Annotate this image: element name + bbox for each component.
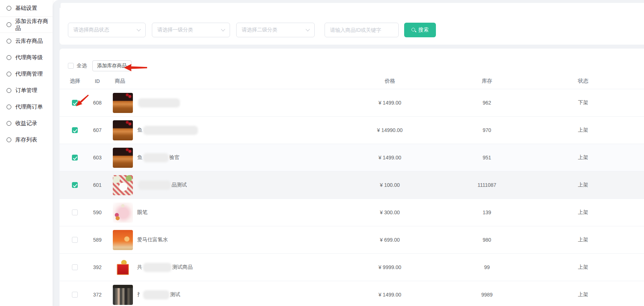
product-table-panel: 全选 添加库存商品 选择 ID 商品 价格 库存 状态 608 ¥ (60, 49, 644, 306)
sidebar-item-label: 订单管理 (15, 87, 37, 94)
sidebar-item-order-management[interactable]: 订单管理 (0, 82, 53, 99)
product-name: 鱼 验官 (137, 153, 180, 162)
select-all-checkbox[interactable] (68, 63, 74, 69)
table-row: 372 扌 测试 ¥ 1499.00 9989 上架 (60, 281, 644, 306)
product-name: 共 测试商品 (137, 263, 193, 272)
header-id: ID (82, 78, 113, 84)
table-row: 608 ¥ 1499.00 962 下架 (60, 89, 644, 116)
product-id: 372 (82, 292, 113, 298)
circle-icon (7, 22, 11, 27)
product-price: ¥ 100.00 (328, 182, 452, 188)
select-placeholder: 请选择二级分类 (242, 27, 277, 33)
category-level2-select[interactable]: 请选择二级分类 (236, 23, 315, 37)
product-status: 上架 (522, 291, 644, 298)
redacted-name-blur (143, 153, 169, 162)
product-name: 爱马仕富氢水 (137, 237, 168, 243)
product-status: 上架 (522, 154, 644, 161)
product-price: ¥ 699.00 (328, 237, 452, 243)
product-price: ¥ 9999.00 (328, 264, 452, 270)
product-stock: 980 (452, 237, 522, 243)
keyword-input[interactable] (325, 23, 399, 37)
redacted-name-blur (143, 290, 169, 299)
circle-icon (7, 88, 11, 93)
sidebar: 基础设置 添加云库存商品 云库存商品 代理商等级 代理商管理 订单管理 代理商订… (0, 0, 53, 306)
circle-icon (7, 39, 11, 44)
sidebar-item-label: 基础设置 (15, 5, 37, 12)
product-price: ¥ 1499.00 (328, 292, 452, 298)
redacted-name-blur (138, 98, 180, 107)
sidebar-item-basic-settings[interactable]: 基础设置 (0, 0, 53, 16)
product-id: 601 (82, 182, 113, 188)
row-checkbox[interactable] (72, 182, 78, 188)
product-stock: 962 (452, 100, 522, 106)
product-image (113, 257, 133, 277)
product-stock: 9989 (452, 292, 522, 298)
product-status: 上架 (522, 237, 644, 243)
select-all-label: 全选 (77, 63, 87, 69)
product-price: ¥ 14990.00 (328, 127, 452, 133)
sidebar-item-label: 代理商等级 (15, 54, 43, 61)
row-checkbox[interactable] (72, 209, 78, 215)
chevron-down-icon (137, 27, 141, 31)
sidebar-item-agent-management[interactable]: 代理商管理 (0, 66, 53, 82)
sidebar-item-cloud-stock-products[interactable]: 云库存商品 (0, 33, 53, 49)
product-name: 扌 测试 (137, 290, 180, 299)
product-id: 392 (82, 264, 113, 270)
product-image (113, 148, 133, 168)
row-checkbox[interactable] (72, 155, 78, 160)
product-name: 眼笔 (137, 209, 147, 216)
product-id: 589 (82, 237, 113, 243)
redacted-name-blur (138, 181, 171, 190)
product-stock: 1111087 (452, 182, 522, 188)
product-image (113, 230, 133, 250)
magnifier-icon (411, 28, 416, 33)
row-checkbox[interactable] (72, 264, 78, 270)
product-stock: 99 (452, 264, 522, 270)
product-stock: 951 (452, 155, 522, 160)
product-status: 上架 (522, 127, 644, 133)
product-name: 鱼 (137, 126, 199, 135)
product-price: ¥ 1499.00 (328, 155, 452, 160)
table-toolbar: 全选 添加库存商品 (60, 60, 131, 72)
product-id: 607 (82, 127, 113, 133)
header-stock: 库存 (452, 78, 522, 84)
sidebar-item-label: 代理商订单 (15, 103, 43, 110)
sidebar-item-agent-levels[interactable]: 代理商等级 (0, 49, 53, 66)
product-price: ¥ 1499.00 (328, 100, 452, 106)
row-checkbox[interactable] (72, 127, 78, 133)
product-status-select[interactable]: 请选择商品状态 (68, 23, 146, 37)
table-row: 603 鱼 验官 ¥ 1499.00 951 上架 (60, 144, 644, 171)
row-checkbox[interactable] (72, 237, 78, 243)
sidebar-item-stock-list[interactable]: 库存列表 (0, 132, 53, 148)
sidebar-item-add-cloud-stock-product[interactable]: 添加云库存商品 (0, 16, 53, 33)
sidebar-item-label: 云库存商品 (15, 38, 43, 45)
select-placeholder: 请选择商品状态 (73, 27, 109, 33)
category-level1-select[interactable]: 请选择一级分类 (152, 23, 230, 37)
header-price: 价格 (328, 78, 452, 84)
product-stock: 139 (452, 209, 522, 215)
circle-icon (7, 55, 11, 60)
sidebar-item-earnings-records[interactable]: 收益记录 (0, 115, 53, 132)
product-image (113, 203, 133, 223)
circle-icon (7, 72, 11, 76)
header-status: 状态 (522, 78, 644, 84)
table-header-row: 选择 ID 商品 价格 库存 状态 (60, 73, 644, 89)
product-status: 下架 (522, 99, 644, 106)
product-status: 上架 (522, 182, 644, 188)
sidebar-item-label: 库存列表 (15, 136, 37, 143)
red-arrow-annotation-add-button (124, 64, 147, 72)
product-stock: 970 (452, 127, 522, 133)
chevron-down-icon (306, 27, 310, 31)
sidebar-item-agent-orders[interactable]: 代理商订单 (0, 99, 53, 115)
search-button-label: 搜索 (418, 27, 429, 33)
circle-icon (7, 105, 11, 109)
search-button[interactable]: 搜索 (404, 23, 436, 37)
product-image (113, 120, 133, 140)
circle-icon (7, 6, 11, 11)
row-checkbox[interactable] (72, 292, 78, 298)
select-placeholder: 请选择一级分类 (157, 27, 193, 33)
table-row: 590 眼笔 ¥ 300.00 139 上架 (60, 199, 644, 226)
redacted-name-blur (143, 126, 198, 135)
table-body: 608 ¥ 1499.00 962 下架 607 鱼 (60, 89, 644, 306)
sidebar-item-label: 收益记录 (15, 120, 37, 127)
